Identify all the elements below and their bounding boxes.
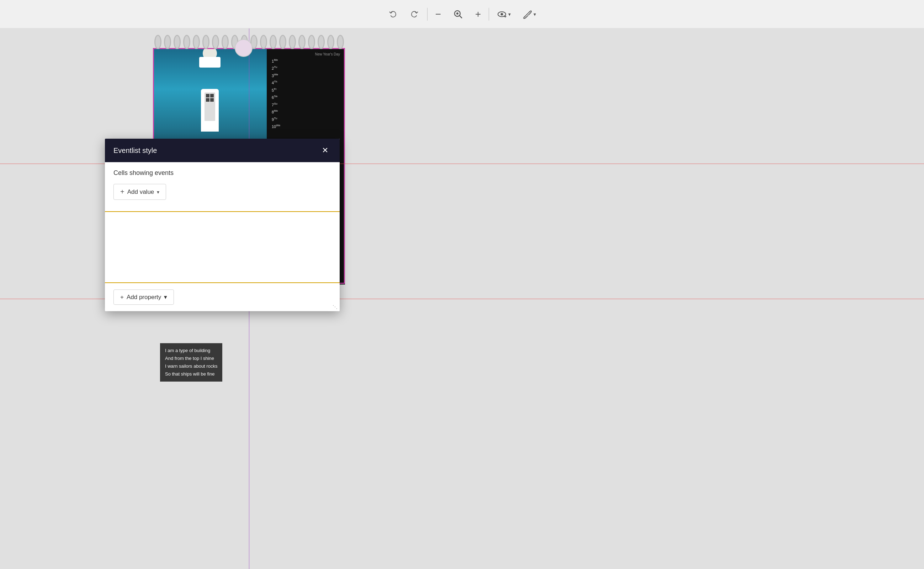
section-label: Cells showing events: [113, 169, 331, 177]
add-property-button[interactable]: + Add property ▾: [113, 289, 174, 305]
dialog-header: Eventlist style ✕: [105, 139, 339, 162]
minus-icon: −: [435, 9, 441, 19]
plus-icon: +: [475, 9, 481, 19]
separator-2: [489, 8, 489, 21]
poem-line-1: I am a type of building: [165, 347, 217, 354]
add-value-arrow-icon: ▾: [157, 189, 159, 195]
svg-text:▾: ▾: [505, 15, 507, 18]
poem-line-4: So that ships will be fine: [165, 370, 217, 378]
holiday-label: New Year's Day: [315, 52, 340, 56]
add-value-plus-icon: +: [120, 188, 125, 196]
dialog-footer: + Add property ▾: [105, 283, 339, 311]
svg-point-1: [456, 12, 458, 15]
svg-line-2: [460, 16, 462, 18]
zoom-out-button[interactable]: −: [432, 7, 444, 21]
add-property-plus-icon: +: [120, 294, 124, 301]
add-property-label: Add property: [126, 294, 161, 301]
dialog-content-area: [105, 212, 339, 283]
poem-line-2: And from the top I shine: [165, 354, 217, 362]
dialog-close-button[interactable]: ✕: [319, 145, 331, 156]
cal-top-image: [153, 48, 267, 151]
resize-handle[interactable]: ⋱: [333, 304, 338, 310]
cal-date-list: New Year's Day 1Mo 2Tu 3We 4Th 5Fr 6Sa 7…: [267, 48, 345, 151]
undo-button[interactable]: [384, 7, 402, 21]
toolbar: − + ▾ ▾ ▾: [0, 0, 924, 29]
zoom-in-button[interactable]: +: [472, 7, 484, 21]
view-arrow-icon: ▾: [508, 11, 511, 17]
dialog-section-cells: Cells showing events + Add value ▾: [105, 162, 339, 212]
svg-line-6: [526, 13, 528, 15]
search-button[interactable]: [449, 6, 467, 22]
cal-poem: I am a type of building And from the top…: [160, 343, 222, 382]
link-button[interactable]: ▾: [519, 7, 540, 21]
dialog-title: Eventlist style: [113, 146, 157, 155]
separator-1: [427, 8, 428, 21]
redo-button[interactable]: [406, 7, 423, 21]
poem-line-3: I warn sailors about rocks: [165, 362, 217, 370]
add-property-arrow-icon: ▾: [164, 294, 167, 301]
cal-border-right: [344, 48, 345, 283]
add-value-button[interactable]: + Add value ▾: [113, 184, 166, 200]
view-button[interactable]: ▾ ▾: [493, 7, 514, 21]
add-value-label: Add value: [127, 189, 154, 196]
eventlist-style-dialog: Eventlist style ✕ Cells showing events +…: [105, 139, 339, 311]
svg-point-4: [501, 13, 503, 15]
link-arrow-icon: ▾: [533, 11, 536, 17]
dialog-body: Cells showing events + Add value ▾ + Ad: [105, 162, 339, 311]
canvas-area: New Year's Day 1Mo 2Tu 3We 4Th 5Fr 6Sa 7…: [0, 29, 924, 569]
